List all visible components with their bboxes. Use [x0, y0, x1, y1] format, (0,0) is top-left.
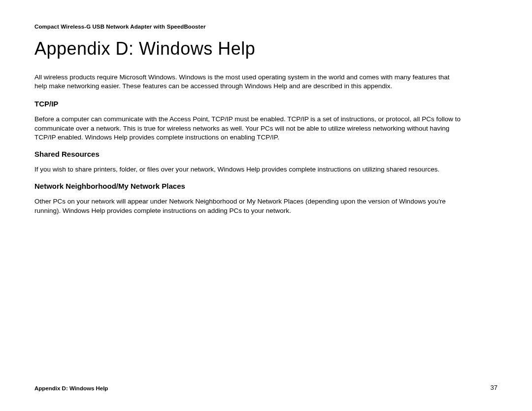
- section-body-network-neighborhood: Other PCs on your network will appear un…: [34, 197, 463, 215]
- header-product-name: Compact Wireless-G USB Network Adapter w…: [34, 24, 498, 30]
- footer-section-name: Appendix D: Windows Help: [34, 385, 108, 391]
- page-title: Appendix D: Windows Help: [34, 38, 498, 59]
- page-footer: Appendix D: Windows Help 37: [34, 384, 498, 391]
- section-heading-tcpip: TCP/IP: [34, 100, 498, 108]
- intro-paragraph: All wireless products require Microsoft …: [34, 73, 463, 91]
- section-body-tcpip: Before a computer can communicate with t…: [34, 115, 463, 142]
- section-body-shared-resources: If you wish to share printers, folder, o…: [34, 165, 463, 174]
- section-heading-shared-resources: Shared Resources: [34, 150, 498, 158]
- footer-page-number: 37: [491, 384, 498, 391]
- section-heading-network-neighborhood: Network Neighborhood/My Network Places: [34, 182, 498, 190]
